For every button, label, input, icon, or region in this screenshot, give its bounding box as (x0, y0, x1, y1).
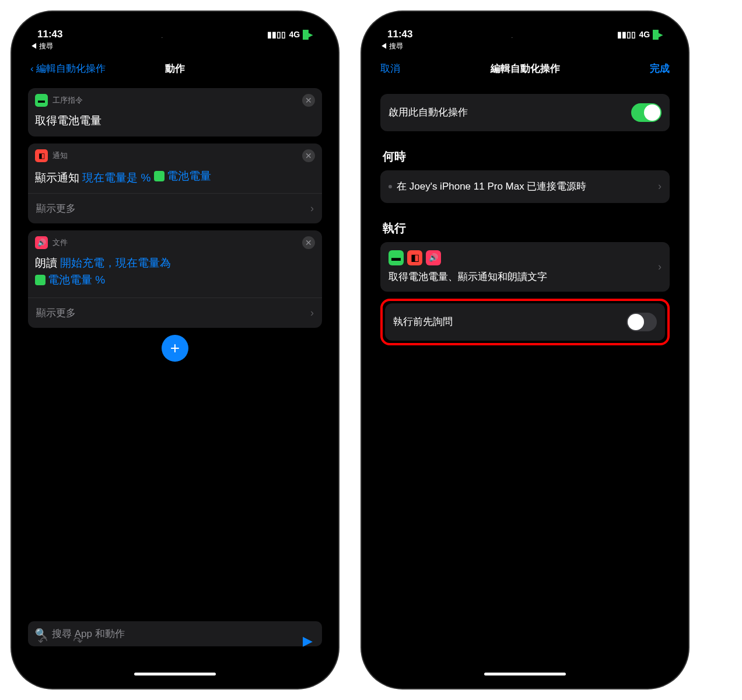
card-label: 文件 (52, 237, 68, 248)
speaker-icon: 🔊 (426, 250, 441, 265)
action-prefix: 朗讀 (35, 257, 57, 269)
enable-automation-row: 啟用此自動化操作 (380, 94, 670, 131)
nav-bar: 取消 編輯自動化操作 完成 (370, 55, 680, 82)
speaker-icon: 🔊 (35, 236, 48, 249)
action-card-battery[interactable]: ▬ 工序指令 ✕ 取得電池電量 (28, 88, 322, 136)
status-time: 11:43 (37, 29, 62, 40)
back-to-search[interactable]: ◀ 搜尋 (20, 41, 330, 55)
ask-toggle[interactable] (626, 313, 657, 331)
show-more-button[interactable]: 顯示更多 › (28, 298, 322, 328)
action-card-speak[interactable]: 🔊 文件 ✕ 朗讀 開始充電，現在電量為 電池電量 % 顯示更多 › (28, 230, 322, 327)
card-label: 工序指令 (52, 95, 83, 106)
speak-text[interactable]: 開始充電，現在電量為 (60, 257, 171, 269)
notch (467, 20, 583, 37)
done-button[interactable]: 完成 (650, 62, 670, 75)
section-do-title: 執行 (380, 210, 670, 242)
highlight-box: 執行前先詢問 (380, 299, 670, 345)
status-time: 11:43 (387, 29, 412, 40)
notification-text[interactable]: 現在電量是 % (82, 172, 150, 184)
card-title: 取得電池電量 (28, 109, 322, 136)
back-label: 編輯自動化操作 (36, 62, 106, 75)
close-icon[interactable]: ✕ (302, 236, 315, 249)
battery-pill-icon (154, 171, 164, 181)
page-title: 編輯自動化操作 (491, 62, 560, 75)
notch (117, 20, 233, 37)
toolbar: ↶ ↷ ▶ (20, 625, 330, 657)
run-button[interactable]: ▶ (299, 632, 316, 650)
when-condition-row[interactable]: 在 Joey's iPhone 11 Pro Max 已連接電源時 › (380, 170, 670, 203)
signal-icon: ▮▮▯▯ (267, 30, 286, 39)
battery-icon: ▬ (35, 94, 48, 107)
battery-icon: █▸ (653, 30, 663, 39)
section-when-title: 何時 (380, 138, 670, 170)
screen-right: 11:43 ➤ ▮▮▯▯ 4G █▸ ◀ 搜尋 取消 編輯自動化操作 完成 啟用… (370, 20, 680, 680)
close-icon[interactable]: ✕ (302, 94, 315, 107)
enable-label: 啟用此自動化操作 (388, 106, 631, 120)
back-button[interactable]: ‹ 編輯自動化操作 (30, 62, 106, 75)
signal-icon: ▮▮▯▯ (617, 30, 636, 39)
network-label: 4G (289, 30, 300, 39)
do-text: 取得電池電量、顯示通知和朗讀文字 (388, 270, 658, 284)
action-card-notification[interactable]: ◧ 通知 ✕ 顯示通知 現在電量是 % 電池電量 顯示更多 › (28, 144, 322, 224)
chevron-right-icon: › (310, 202, 314, 215)
network-label: 4G (639, 30, 650, 39)
bullet-icon (388, 185, 392, 188)
page-title: 動作 (165, 62, 185, 75)
action-prefix: 顯示通知 (35, 172, 79, 184)
battery-icon: ▬ (388, 250, 404, 265)
redo-button[interactable]: ↷ (69, 632, 86, 650)
notification-icon: ◧ (407, 250, 422, 265)
chevron-right-icon: › (658, 180, 662, 192)
phone-left: 11:43 ➤ ▮▮▯▯ 4G █▸ ◀ 搜尋 ‹ 編輯自動化操作 動作 ▬ 工… (12, 12, 338, 688)
ask-label: 執行前先詢問 (393, 315, 626, 329)
chevron-right-icon: › (658, 261, 662, 273)
phone-right: 11:43 ➤ ▮▮▯▯ 4G █▸ ◀ 搜尋 取消 編輯自動化操作 完成 啟用… (362, 12, 688, 688)
cancel-button[interactable]: 取消 (380, 62, 400, 75)
battery-pill-icon (35, 275, 46, 285)
undo-button[interactable]: ↶ (34, 632, 51, 650)
screen-left: 11:43 ➤ ▮▮▯▯ 4G █▸ ◀ 搜尋 ‹ 編輯自動化操作 動作 ▬ 工… (20, 20, 330, 680)
show-more-button[interactable]: 顯示更多 › (28, 193, 322, 223)
battery-token[interactable]: 電池電量 (167, 168, 211, 185)
enable-toggle[interactable] (631, 103, 662, 122)
home-indicator[interactable] (134, 673, 216, 676)
more-label: 顯示更多 (36, 202, 76, 215)
ask-before-run-row: 執行前先詢問 (385, 303, 665, 341)
more-label: 顯示更多 (36, 306, 76, 320)
battery-token[interactable]: 電池電量 % (48, 272, 105, 289)
chevron-right-icon: › (310, 307, 314, 319)
chevron-left-icon: ‹ (30, 63, 34, 75)
card-label: 通知 (52, 150, 68, 161)
add-action-button[interactable]: + (162, 335, 188, 362)
do-actions-row[interactable]: ▬ ◧ 🔊 取得電池電量、顯示通知和朗讀文字 › (380, 242, 670, 292)
home-indicator[interactable] (484, 673, 566, 676)
battery-icon: █▸ (303, 30, 313, 39)
close-icon[interactable]: ✕ (302, 149, 315, 162)
nav-bar: ‹ 編輯自動化操作 動作 (20, 55, 330, 82)
back-to-search[interactable]: ◀ 搜尋 (370, 41, 680, 55)
notification-icon: ◧ (35, 149, 48, 162)
when-text: 在 Joey's iPhone 11 Pro Max 已連接電源時 (397, 180, 658, 194)
